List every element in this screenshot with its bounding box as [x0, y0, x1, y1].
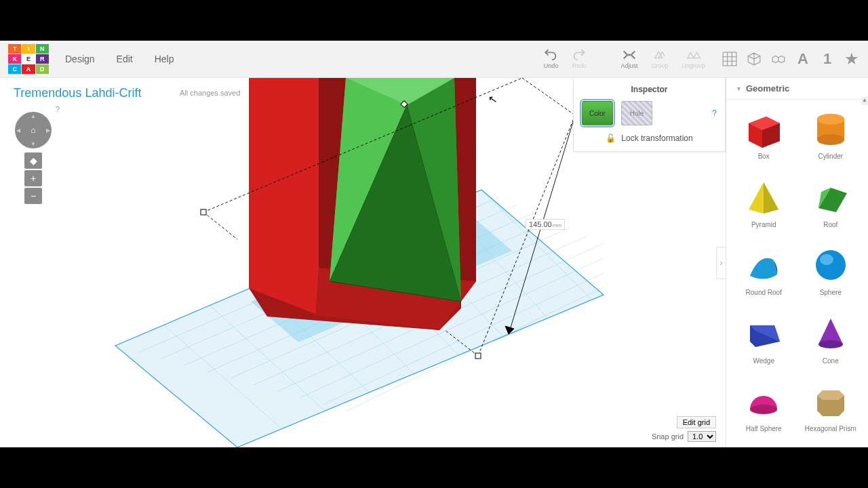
inspector-help-icon[interactable]: ? — [712, 108, 717, 118]
grid-toggle-icon[interactable] — [722, 52, 738, 66]
main-menu: Design Edit Help — [56, 48, 184, 70]
undo-icon — [543, 49, 558, 61]
collapse-sidebar-handle[interactable]: › — [716, 247, 726, 279]
undo-button[interactable]: Undo — [536, 46, 565, 72]
adjust-button[interactable]: Adjust — [614, 46, 644, 72]
snap-grid-label: Snap grid — [652, 432, 684, 441]
hole-swatch[interactable]: Hole — [621, 101, 652, 125]
lock-icon: 🔓 — [606, 134, 616, 143]
ungroup-button: Ungroup — [675, 46, 712, 72]
sidebar-scrollbar[interactable]: ▲ — [861, 97, 868, 447]
adjust-icon — [622, 49, 637, 61]
shape-roof[interactable]: Roof — [797, 174, 865, 238]
topbar: T I N K E R C A D Design Edit Help Undo … — [0, 41, 868, 78]
svg-marker-64 — [817, 390, 844, 400]
group-button: Group — [644, 46, 675, 72]
menu-edit[interactable]: Edit — [107, 48, 142, 70]
cube-view-icon[interactable] — [746, 52, 762, 66]
shape-box[interactable]: Box — [730, 105, 797, 169]
workplane-viewport[interactable]: Tremendous Lahdi-Crift All changes saved… — [0, 78, 726, 447]
svg-point-61 — [818, 340, 843, 348]
svg-point-56 — [816, 250, 846, 280]
svg-rect-0 — [723, 52, 736, 66]
svg-rect-39 — [201, 209, 206, 215]
menu-design[interactable]: Design — [56, 48, 104, 70]
grid-controls: Edit grid Snap grid 1.0 — [652, 416, 716, 442]
chevron-down-icon: ▼ — [736, 85, 742, 92]
text-1-icon[interactable]: 1 — [819, 52, 835, 66]
cubes-icon[interactable] — [770, 52, 787, 66]
shape-wedge[interactable]: Wedge — [730, 310, 797, 374]
snap-grid-select[interactable]: 1.0 — [688, 431, 716, 442]
svg-rect-40 — [475, 353, 481, 359]
dimension-label[interactable]: 145.00mm — [526, 219, 565, 230]
edit-grid-button[interactable]: Edit grid — [677, 416, 716, 428]
sidebar-category-header[interactable]: ▼ Geometric — [726, 78, 868, 100]
shape-half-sphere[interactable]: Half Sphere — [730, 378, 797, 442]
shapes-sidebar: ▼ Geometric Box Cylinder Pyramid — [726, 78, 868, 447]
scroll-up-icon[interactable]: ▲ — [861, 97, 868, 105]
shape-cone[interactable]: Cone — [797, 310, 865, 374]
right-icon-group: A 1 ★ — [722, 52, 860, 66]
ungroup-icon — [686, 49, 701, 61]
color-swatch[interactable]: Color — [582, 101, 613, 125]
svg-point-50 — [817, 114, 844, 125]
star-icon[interactable]: ★ — [844, 52, 860, 66]
svg-marker-52 — [764, 182, 778, 214]
shape-round-roof[interactable]: Round Roof — [730, 241, 797, 306]
green-roof-shape[interactable] — [298, 78, 461, 302]
group-icon — [652, 49, 667, 61]
menu-help[interactable]: Help — [145, 48, 184, 70]
shape-cylinder[interactable]: Cylinder — [797, 105, 865, 169]
svg-point-49 — [817, 134, 844, 145]
redo-icon — [572, 49, 587, 61]
svg-point-62 — [750, 405, 777, 414]
svg-point-57 — [820, 254, 833, 265]
shape-pyramid[interactable]: Pyramid — [730, 174, 797, 238]
inspector-panel: Inspector Color Hole ? 🔓 Lock transforma… — [573, 78, 726, 152]
tinkercad-logo[interactable]: T I N K E R C A D — [8, 44, 49, 74]
inspector-title: Inspector — [582, 85, 717, 94]
shape-hexagonal-prism[interactable]: Hexagonal Prism — [797, 378, 865, 442]
text-a-icon[interactable]: A — [795, 52, 811, 66]
lock-transformation-row[interactable]: 🔓 Lock transformation — [582, 134, 717, 143]
shape-sphere[interactable]: Sphere — [797, 241, 865, 306]
redo-button[interactable]: Redo — [565, 46, 593, 72]
